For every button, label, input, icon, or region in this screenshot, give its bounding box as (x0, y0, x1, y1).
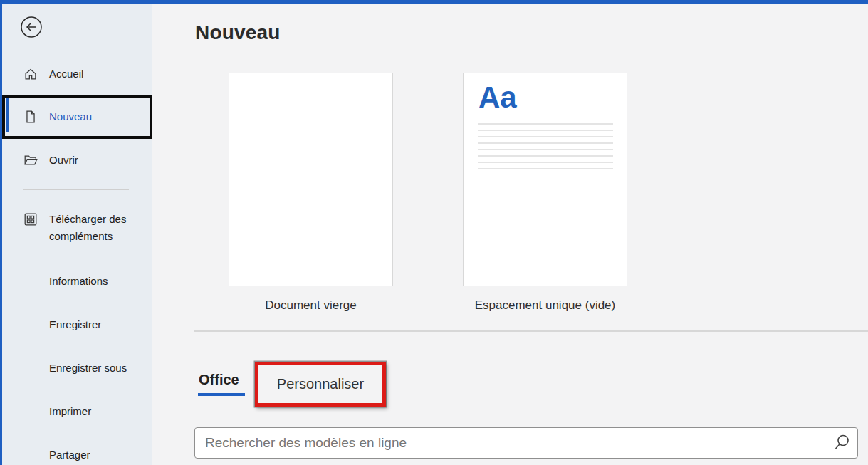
home-icon (23, 66, 38, 82)
sidebar-item-ouvrir[interactable]: Ouvrir (2, 145, 152, 176)
search-input[interactable] (195, 428, 826, 458)
sidebar-item-imprimer[interactable]: Imprimer (2, 396, 152, 427)
sidebar-item-partager[interactable]: Partager (2, 439, 152, 465)
aa-preview-text: Aa (479, 80, 517, 115)
search-icon[interactable] (826, 427, 857, 459)
sidebar-item-label: Enregistrer sous (49, 360, 142, 377)
sidebar-divider (23, 189, 129, 190)
sidebar-item-label: Télécharger des compléments (49, 211, 142, 245)
sidebar-item-label: Informations (49, 273, 142, 290)
backstage-view: Accueil Nouveau Ouvrir Télécharger des c… (0, 0, 868, 465)
template-card-blank-document[interactable] (229, 73, 393, 286)
section-divider (194, 330, 868, 332)
template-search-bar (194, 427, 858, 459)
tab-office[interactable]: Office (199, 372, 239, 388)
back-button[interactable] (19, 14, 44, 40)
sidebar-item-enregistrer-sous[interactable]: Enregistrer sous (2, 352, 152, 384)
sidebar-item-label: Enregistrer (49, 316, 142, 333)
sidebar-item-nouveau[interactable]: Nouveau (2, 101, 152, 132)
open-folder-icon (23, 152, 38, 168)
page-title: Nouveau (195, 21, 281, 44)
template-card-single-spacing[interactable]: Aa (463, 73, 627, 286)
sidebar-item-label: Imprimer (49, 403, 142, 420)
sidebar-item-enregistrer[interactable]: Enregistrer (2, 309, 152, 340)
sidebar-item-accueil[interactable]: Accueil (2, 58, 152, 90)
preview-text-lines (478, 123, 613, 174)
sidebar-item-label: Nouveau (49, 108, 142, 125)
tab-office-selected-underline (198, 393, 245, 396)
sidebar-item-telecharger-complements[interactable]: Télécharger des compléments (2, 211, 152, 251)
sidebar-item-label: Partager (49, 446, 142, 464)
sidebar-item-label: Accueil (49, 66, 142, 83)
new-document-icon (23, 109, 38, 125)
template-caption-single-spacing: Espacement unique (vide) (463, 298, 627, 313)
add-ins-icon (23, 211, 38, 227)
sidebar-item-informations[interactable]: Informations (2, 266, 152, 297)
back-arrow-icon (19, 30, 44, 42)
tab-personnaliser[interactable]: Personnaliser (277, 376, 364, 392)
personnaliser-annotation-box: Personnaliser (255, 362, 386, 407)
template-caption-blank-document: Document vierge (229, 298, 393, 313)
sidebar-item-label: Ouvrir (49, 152, 142, 169)
